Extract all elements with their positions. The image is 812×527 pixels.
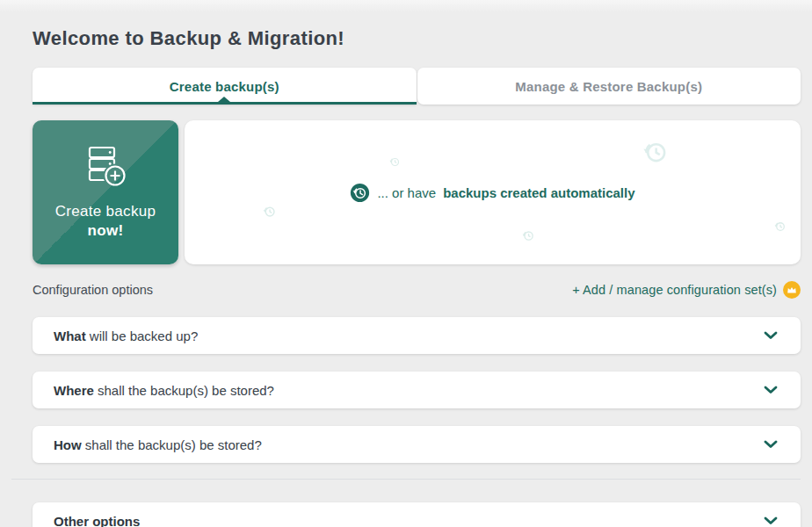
- accordion-what-backed-up[interactable]: What will be backed up?: [33, 317, 801, 354]
- tab-manage-restore-backups[interactable]: Manage & Restore Backup(s): [417, 68, 801, 105]
- accordion-other-options[interactable]: Other options: [33, 502, 801, 527]
- create-backup-now-button[interactable]: Create backup now!: [33, 120, 178, 264]
- accordion-where-label: Where shall the backup(s) be stored?: [54, 383, 274, 398]
- accordion-how-label: How shall the backup(s) be stored?: [54, 437, 262, 452]
- tab-create-backups[interactable]: Create backup(s): [33, 68, 417, 105]
- accordion-what-label: What will be backed up?: [54, 328, 198, 343]
- page-title: Welcome to Backup & Migration!: [33, 27, 344, 50]
- accordion-other-options-label: Other options: [54, 514, 140, 527]
- automatic-backups-link[interactable]: ... or have backups created automaticall…: [185, 120, 801, 264]
- chevron-down-icon: [764, 516, 778, 525]
- accordion-where-stored[interactable]: Where shall the backup(s) be stored?: [33, 372, 801, 408]
- chevron-down-icon: [764, 331, 778, 340]
- automatic-backups-panel: ... or have backups created automaticall…: [185, 120, 801, 264]
- server-stack-plus-icon: [82, 145, 129, 192]
- accordion-how-stored[interactable]: How shall the backup(s) be stored?: [33, 426, 801, 463]
- chevron-down-icon: [764, 386, 778, 394]
- crown-icon: [783, 281, 801, 299]
- tab-create-backups-label: Create backup(s): [170, 79, 279, 94]
- tab-manage-restore-label: Manage & Restore Backup(s): [515, 79, 702, 94]
- create-backup-label-line1: Create backup: [55, 203, 156, 220]
- configuration-options-label: Configuration options: [33, 283, 153, 297]
- auto-backup-text-bold: backups created automatically: [443, 185, 634, 200]
- add-manage-configuration-sets-label: + Add / manage configuration set(s): [572, 283, 777, 297]
- active-tab-underline: [33, 102, 417, 105]
- history-clock-icon: [350, 183, 370, 203]
- auto-backup-text-prefix: ... or have: [377, 185, 436, 200]
- configuration-options-row: Configuration options + Add / manage con…: [33, 278, 801, 302]
- chevron-down-icon: [764, 440, 778, 449]
- create-backup-label-line2: now!: [88, 222, 124, 240]
- section-divider: [11, 479, 801, 480]
- add-manage-configuration-sets-link[interactable]: + Add / manage configuration set(s): [572, 281, 801, 299]
- tab-bar: Create backup(s) Manage & Restore Backup…: [33, 68, 801, 105]
